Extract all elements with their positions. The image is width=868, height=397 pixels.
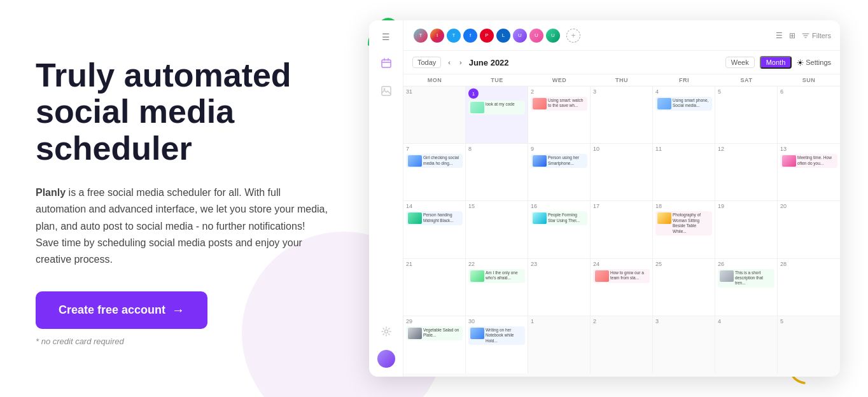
cal-post-jun30[interactable]: Writing on her Notebook while Hold... bbox=[468, 326, 525, 345]
post-text-jun22: Am I the only one who's afraid... bbox=[486, 270, 523, 281]
cal-cell-jun11[interactable]: 11 bbox=[653, 144, 715, 200]
filters-label: Filters bbox=[812, 32, 831, 39]
app-main: T I T f P L U U U + ☰ ⊞ bbox=[403, 20, 840, 377]
calendar-settings-button[interactable]: Settings bbox=[797, 59, 831, 66]
cal-cell-jun9[interactable]: 9 Person using her Smartphone... bbox=[528, 144, 591, 200]
prev-month-button[interactable]: ‹ bbox=[446, 57, 452, 67]
sidebar-calendar-icon[interactable] bbox=[377, 53, 396, 73]
cal-post-jun2[interactable]: Using smart: watch to the save wh... bbox=[531, 97, 587, 111]
avatar-linkedin[interactable]: L bbox=[495, 27, 512, 44]
cal-cell-jun25[interactable]: 25 bbox=[653, 259, 715, 316]
cal-cell-jun20[interactable]: 20 bbox=[778, 201, 840, 258]
cal-cell-jun4[interactable]: 4 Using smart phone, Social media... bbox=[653, 87, 715, 143]
cal-cell-jun5[interactable]: 5 bbox=[715, 87, 778, 143]
cal-cell-jun8[interactable]: 8 bbox=[466, 144, 528, 200]
cal-cell-jun6[interactable]: 6 bbox=[778, 87, 840, 143]
cal-post-jun9[interactable]: Person using her Smartphone... bbox=[531, 154, 587, 168]
cal-cell-jun14[interactable]: 14 Person handing Midnight Black... bbox=[403, 201, 466, 258]
cal-cell-may30[interactable]: 31 bbox=[403, 87, 466, 143]
cal-date-jun1: 1 bbox=[468, 88, 525, 99]
avatar-pinterest[interactable]: P bbox=[479, 27, 495, 44]
calendar-nav: Today ‹ › June 2022 Week Month Settings bbox=[403, 51, 840, 74]
cal-cell-jun3[interactable]: 3 bbox=[591, 87, 653, 143]
cal-cell-jun12[interactable]: 12 bbox=[715, 144, 778, 200]
avatar-facebook[interactable]: f bbox=[462, 27, 479, 44]
post-text-jun24: How to grow our a team from sta... bbox=[610, 270, 648, 281]
cta-button[interactable]: Create free account → bbox=[36, 291, 207, 329]
cal-post-jun29[interactable]: Vegetable Salad on Plate... bbox=[406, 326, 463, 340]
cal-cell-jul5[interactable]: 5 bbox=[778, 316, 840, 373]
topbar-menu-icon[interactable]: ☰ bbox=[776, 31, 783, 40]
hero-left-panel: Truly automated social media scheduler P… bbox=[0, 0, 369, 397]
avatar-twitter[interactable]: T bbox=[445, 27, 462, 44]
avatar-tiktok[interactable]: T bbox=[412, 27, 429, 44]
cal-post-jun4[interactable]: Using smart phone, Social media... bbox=[655, 97, 712, 111]
post-thumb-jun2 bbox=[533, 98, 547, 109]
cal-cell-jun28[interactable]: 28 bbox=[778, 259, 840, 316]
cal-cell-jun19[interactable]: 19 bbox=[715, 201, 778, 258]
topbar-filters-button[interactable]: Filters bbox=[802, 32, 831, 39]
post-text-jun18: Photography of Woman Sitting Beside Tabl… bbox=[673, 212, 710, 234]
cal-cell-jun29[interactable]: 29 Vegetable Salad on Plate... bbox=[403, 316, 466, 373]
cal-cell-jun17[interactable]: 17 bbox=[591, 201, 653, 258]
avatar-user2[interactable]: U bbox=[528, 27, 545, 44]
cal-post-jun22[interactable]: Am I the only one who's afraid... bbox=[468, 269, 525, 283]
sidebar-media-icon[interactable] bbox=[377, 81, 396, 101]
cal-date-jun19: 19 bbox=[718, 203, 774, 209]
sidebar-menu-icon[interactable]: ☰ bbox=[379, 29, 393, 45]
cal-post-jun24[interactable]: How to grow our a team from sta... bbox=[593, 269, 650, 283]
cal-post-jun13[interactable]: Meeting time. How often do you... bbox=[780, 154, 837, 168]
avatar-instagram[interactable]: I bbox=[429, 27, 445, 44]
sidebar-settings-icon[interactable] bbox=[377, 322, 396, 341]
post-text-jun14: Person handing Midnight Black... bbox=[423, 212, 461, 223]
topbar-right-controls: ☰ ⊞ Filters bbox=[776, 31, 831, 40]
cal-cell-jun13[interactable]: 13 Meeting time. How often do you... bbox=[778, 144, 840, 200]
calendar-week-2: 7 Girl checking social media ho ding... … bbox=[403, 144, 840, 201]
cal-cell-jul3[interactable]: 3 bbox=[653, 316, 715, 373]
cal-cell-jun15[interactable]: 15 bbox=[466, 201, 528, 258]
week-view-button[interactable]: Week bbox=[725, 57, 755, 68]
avatar-user3[interactable]: U bbox=[545, 27, 561, 44]
next-month-button[interactable]: › bbox=[458, 57, 464, 67]
today-button[interactable]: Today bbox=[412, 57, 441, 68]
cal-cell-jul2[interactable]: 2 bbox=[591, 316, 653, 373]
calendar-header-row: MON TUE WED THU FRI SAT SUN bbox=[403, 74, 840, 87]
avatar-user1[interactable]: U bbox=[512, 27, 528, 44]
add-account-button[interactable]: + bbox=[566, 29, 580, 43]
cal-date-jun26: 26 bbox=[718, 261, 774, 267]
cal-cell-jul1[interactable]: 1 bbox=[528, 316, 591, 373]
cal-cell-jun21[interactable]: 21 bbox=[403, 259, 466, 316]
post-thumb-jun16 bbox=[533, 212, 547, 224]
cal-cell-jun10[interactable]: 10 bbox=[591, 144, 653, 200]
post-text-jun29: Vegetable Salad on Plate... bbox=[423, 328, 461, 338]
cal-post-jun1[interactable]: look at my code bbox=[468, 101, 525, 115]
cal-date-jun14: 14 bbox=[406, 203, 463, 209]
cal-date-jun6: 6 bbox=[780, 88, 837, 95]
cal-cell-jun18[interactable]: 18 Photography of Woman Sitting Beside T… bbox=[653, 201, 715, 258]
cal-post-jun14[interactable]: Person handing Midnight Black... bbox=[406, 211, 463, 225]
cal-cell-jun26[interactable]: 26 This is a short description that tren… bbox=[715, 259, 778, 316]
cal-cell-jun16[interactable]: 16 People Forming Star Using Thei... bbox=[528, 201, 591, 258]
post-thumb-jun30 bbox=[470, 328, 484, 339]
sidebar-user-avatar[interactable] bbox=[377, 350, 395, 368]
cal-cell-jun23[interactable]: 23 bbox=[528, 259, 591, 316]
cal-cell-jun30[interactable]: 30 Writing on her Notebook while Hold... bbox=[466, 316, 528, 373]
cal-cell-jun22[interactable]: 22 Am I the only one who's afraid... bbox=[466, 259, 528, 316]
post-thumb-jun14 bbox=[408, 212, 422, 224]
cal-cell-jul4[interactable]: 4 bbox=[715, 316, 778, 373]
post-text-jun26: This is a short description that tren... bbox=[735, 270, 773, 286]
cal-cell-jun2[interactable]: 2 Using smart: watch to the save wh... bbox=[528, 87, 591, 143]
topbar-grid-icon[interactable]: ⊞ bbox=[789, 31, 795, 40]
cal-cell-jun24[interactable]: 24 How to grow our a team from sta... bbox=[591, 259, 653, 316]
cal-post-jun18[interactable]: Photography of Woman Sitting Beside Tabl… bbox=[655, 211, 712, 235]
month-view-button[interactable]: Month bbox=[760, 56, 792, 69]
cal-post-jun26[interactable]: This is a short description that tren... bbox=[718, 269, 774, 288]
calendar-week-4: 21 22 Am I the only one who's afraid... bbox=[403, 259, 840, 316]
cal-post-jun16[interactable]: People Forming Star Using Thei... bbox=[531, 211, 587, 225]
cal-date-jun23: 23 bbox=[531, 261, 587, 267]
cal-post-jun7[interactable]: Girl checking social media ho ding... bbox=[406, 154, 463, 168]
cal-date-jun18: 18 bbox=[655, 203, 712, 209]
cal-cell-jun7[interactable]: 7 Girl checking social media ho ding... bbox=[403, 144, 466, 200]
cal-cell-jun1[interactable]: 1 look at my code bbox=[466, 87, 528, 143]
day-header-wed: WED bbox=[528, 74, 591, 86]
